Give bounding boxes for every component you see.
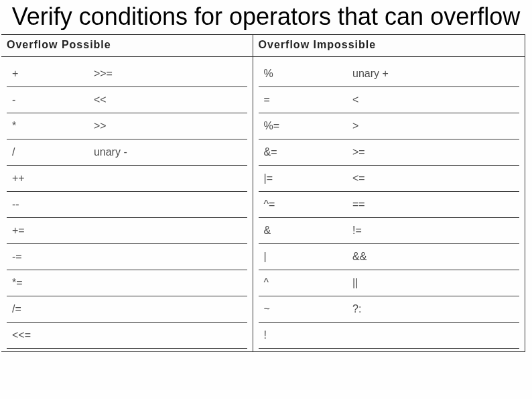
impossible-col1: &: [259, 218, 347, 244]
possible-col1: ++: [7, 166, 88, 192]
possible-col2: [88, 296, 247, 323]
impossible-row: %=>: [259, 113, 519, 139]
possible-col1: +=: [7, 218, 88, 244]
impossible-col1: !: [259, 323, 347, 349]
possible-row: +>>=: [7, 61, 247, 87]
possible-col1: +: [7, 61, 88, 87]
possible-col1: -: [7, 87, 88, 113]
impossible-row: |&&: [259, 244, 519, 270]
possible-col1: /=: [7, 296, 88, 323]
possible-row: -=: [7, 244, 247, 270]
possible-col1: -=: [7, 244, 88, 270]
possible-row: *=: [7, 270, 247, 296]
possible-col2: [88, 166, 247, 192]
impossible-col2: ?:: [347, 296, 519, 323]
impossible-col1: &=: [259, 139, 347, 166]
impossible-col2: >=: [347, 139, 519, 166]
impossible-col1: ^: [259, 270, 347, 296]
possible-col2: [88, 218, 247, 244]
header-possible: Overflow Possible: [1, 35, 253, 57]
impossible-row: ~?:: [259, 296, 519, 323]
impossible-col2: &&: [347, 244, 519, 270]
impossible-col2: ||: [347, 270, 519, 296]
possible-col2: >>=: [88, 61, 247, 87]
impossible-cell: %unary +=<%=>&=>=|=<=^===&!=|&&^||~?:!: [253, 57, 525, 352]
impossible-col2: <=: [347, 166, 519, 192]
possible-col1: --: [7, 192, 88, 218]
possible-row: -<<: [7, 87, 247, 113]
impossible-row: ^===: [259, 192, 519, 218]
possible-row: ++: [7, 166, 247, 192]
possible-col1: /: [7, 139, 88, 166]
header-impossible: Overflow Impossible: [253, 35, 525, 57]
impossible-col1: =: [259, 87, 347, 113]
impossible-row: %unary +: [259, 61, 519, 87]
possible-col2: [88, 244, 247, 270]
slide-title: Verify conditions for operators that can…: [0, 3, 532, 30]
possible-col2: [88, 270, 247, 296]
impossible-col1: %: [259, 61, 347, 87]
impossible-col2: >: [347, 113, 519, 139]
possible-row: +=: [7, 218, 247, 244]
impossible-row: &=>=: [259, 139, 519, 166]
possible-col2: [88, 192, 247, 218]
possible-row: /=: [7, 296, 247, 323]
possible-col2: unary -: [88, 139, 247, 166]
impossible-col1: ~: [259, 296, 347, 323]
possible-col2: >>: [88, 113, 247, 139]
possible-row: --: [7, 192, 247, 218]
impossible-col1: ^=: [259, 192, 347, 218]
impossible-col2: !=: [347, 218, 519, 244]
impossible-row: =<: [259, 87, 519, 113]
possible-col1: *=: [7, 270, 88, 296]
possible-row: *>>: [7, 113, 247, 139]
impossible-row: !: [259, 323, 519, 349]
possible-row: <<=: [7, 323, 247, 349]
impossible-col1: |=: [259, 166, 347, 192]
impossible-col2: ==: [347, 192, 519, 218]
impossible-col1: |: [259, 244, 347, 270]
possible-col1: *: [7, 113, 88, 139]
impossible-col1: %=: [259, 113, 347, 139]
impossible-row: ^||: [259, 270, 519, 296]
possible-col2: <<: [88, 87, 247, 113]
slide: Verify conditions for operators that can…: [0, 3, 532, 399]
possible-col1: <<=: [7, 323, 88, 349]
impossible-col2: unary +: [347, 61, 519, 87]
impossible-row: &!=: [259, 218, 519, 244]
possible-row: /unary -: [7, 139, 247, 166]
possible-col2: [88, 323, 247, 349]
impossible-col2: [347, 323, 519, 349]
impossible-col2: <: [347, 87, 519, 113]
possible-cell: +>>=-<<*>>/unary -++--+=-=*=/=<<=: [1, 57, 253, 352]
operator-table: Overflow Possible Overflow Impossible +>…: [1, 34, 525, 352]
impossible-row: |=<=: [259, 166, 519, 192]
